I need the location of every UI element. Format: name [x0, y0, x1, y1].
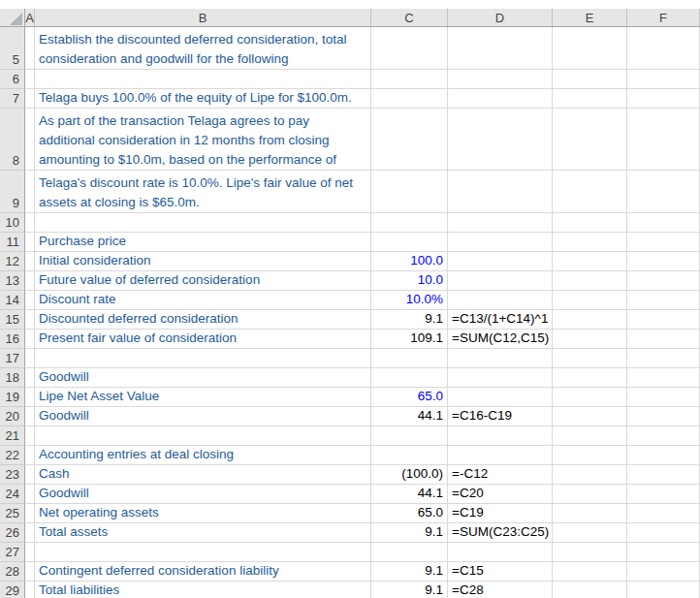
- cell-A[interactable]: [25, 213, 35, 233]
- cell-F[interactable]: [627, 523, 700, 543]
- row-number[interactable]: 15: [0, 310, 25, 330]
- cell-B[interactable]: [35, 543, 371, 562]
- cell-C[interactable]: [371, 213, 448, 233]
- cell-D[interactable]: [448, 291, 553, 310]
- cell-E[interactable]: [553, 388, 627, 407]
- cell-D[interactable]: =-C12: [448, 465, 553, 485]
- cell-B[interactable]: Telaga's discount rate is 10.0%. Lipe's …: [35, 171, 371, 213]
- cell-E[interactable]: [553, 504, 627, 523]
- row-number[interactable]: 29: [0, 582, 25, 598]
- cell-A[interactable]: [25, 465, 35, 485]
- cell-E[interactable]: [553, 562, 627, 582]
- cell-D[interactable]: [448, 213, 553, 233]
- cell-A[interactable]: [25, 523, 35, 543]
- cell-D[interactable]: [448, 349, 553, 368]
- row-number[interactable]: 9: [0, 171, 25, 213]
- cell-E[interactable]: [553, 426, 627, 446]
- cell-E[interactable]: [553, 446, 627, 465]
- cell-F[interactable]: [627, 291, 700, 310]
- cell-D[interactable]: [448, 271, 553, 291]
- cell-F[interactable]: [627, 109, 700, 171]
- cell-A[interactable]: [25, 271, 35, 291]
- cell-B[interactable]: Future value of deferred consideration: [35, 271, 371, 291]
- cell-C[interactable]: [371, 426, 448, 446]
- row-number[interactable]: 11: [0, 233, 25, 252]
- cell-C[interactable]: 9.1: [371, 310, 448, 330]
- cell-F[interactable]: [627, 252, 700, 271]
- cell-D[interactable]: [448, 89, 553, 109]
- cell-C[interactable]: 109.1: [371, 330, 448, 349]
- column-header-E[interactable]: E: [553, 9, 627, 26]
- cell-E[interactable]: [553, 291, 627, 310]
- cell-F[interactable]: [627, 330, 700, 349]
- cell-B[interactable]: Establish the discounted deferred consid…: [35, 27, 371, 70]
- cell-C[interactable]: 9.1: [371, 523, 448, 543]
- cell-B[interactable]: Lipe Net Asset Value: [35, 388, 371, 407]
- cell-D[interactable]: [448, 426, 553, 446]
- cell-B[interactable]: Contingent deferred consideration liabil…: [35, 562, 371, 582]
- row-number[interactable]: 26: [0, 523, 25, 543]
- cell-D[interactable]: =C13/(1+C14)^1: [448, 310, 553, 330]
- cell-E[interactable]: [553, 407, 627, 426]
- cell-E[interactable]: [553, 27, 627, 70]
- cell-D[interactable]: =C20: [448, 485, 553, 504]
- cell-A[interactable]: [25, 368, 35, 388]
- cell-A[interactable]: [25, 89, 35, 109]
- cell-F[interactable]: [627, 310, 700, 330]
- cell-E[interactable]: [553, 368, 627, 388]
- column-header-B[interactable]: B: [35, 9, 371, 26]
- cell-C[interactable]: 65.0: [371, 504, 448, 523]
- cell-B[interactable]: [35, 426, 371, 446]
- cell-E[interactable]: [553, 109, 627, 171]
- cell-D[interactable]: [448, 27, 553, 70]
- cell-F[interactable]: [627, 388, 700, 407]
- column-header-A[interactable]: A: [25, 9, 35, 26]
- cell-E[interactable]: [553, 89, 627, 109]
- cell-F[interactable]: [627, 271, 700, 291]
- column-header-D[interactable]: D: [448, 9, 553, 26]
- cell-D[interactable]: [448, 368, 553, 388]
- cell-B[interactable]: Goodwill: [35, 485, 371, 504]
- cell-E[interactable]: [553, 523, 627, 543]
- select-all-corner[interactable]: [0, 9, 25, 26]
- cell-A[interactable]: [25, 330, 35, 349]
- row-number[interactable]: 6: [0, 70, 25, 89]
- cell-A[interactable]: [25, 291, 35, 310]
- cell-F[interactable]: [627, 485, 700, 504]
- cell-C[interactable]: 10.0%: [371, 291, 448, 310]
- cell-C[interactable]: 100.0: [371, 252, 448, 271]
- cell-F[interactable]: [627, 426, 700, 446]
- cell-F[interactable]: [627, 446, 700, 465]
- cell-A[interactable]: [25, 582, 35, 598]
- cell-C[interactable]: 44.1: [371, 407, 448, 426]
- cell-B[interactable]: Goodwill: [35, 368, 371, 388]
- cell-F[interactable]: [627, 70, 700, 89]
- cell-A[interactable]: [25, 407, 35, 426]
- row-number[interactable]: 14: [0, 291, 25, 310]
- cell-D[interactable]: [448, 543, 553, 562]
- cell-C[interactable]: [371, 27, 448, 70]
- cell-C[interactable]: [371, 349, 448, 368]
- cell-E[interactable]: [553, 465, 627, 485]
- cell-A[interactable]: [25, 349, 35, 368]
- cell-E[interactable]: [553, 330, 627, 349]
- cell-C[interactable]: 9.1: [371, 582, 448, 598]
- cell-F[interactable]: [627, 504, 700, 523]
- cell-F[interactable]: [627, 465, 700, 485]
- cell-E[interactable]: [553, 582, 627, 598]
- row-number[interactable]: 17: [0, 349, 25, 368]
- cell-C[interactable]: (100.0): [371, 465, 448, 485]
- cell-E[interactable]: [553, 213, 627, 233]
- cell-D[interactable]: =C19: [448, 504, 553, 523]
- cell-E[interactable]: [553, 349, 627, 368]
- cell-B[interactable]: Telaga buys 100.0% of the equity of Lipe…: [35, 89, 371, 109]
- cell-E[interactable]: [553, 70, 627, 89]
- cell-F[interactable]: [627, 171, 700, 213]
- cell-C[interactable]: [371, 233, 448, 252]
- cell-A[interactable]: [25, 109, 35, 171]
- cell-F[interactable]: [627, 543, 700, 562]
- cell-D[interactable]: [448, 388, 553, 407]
- cell-D[interactable]: =SUM(C23:C25): [448, 523, 553, 543]
- cell-A[interactable]: [25, 485, 35, 504]
- cell-B[interactable]: Purchase price: [35, 233, 371, 252]
